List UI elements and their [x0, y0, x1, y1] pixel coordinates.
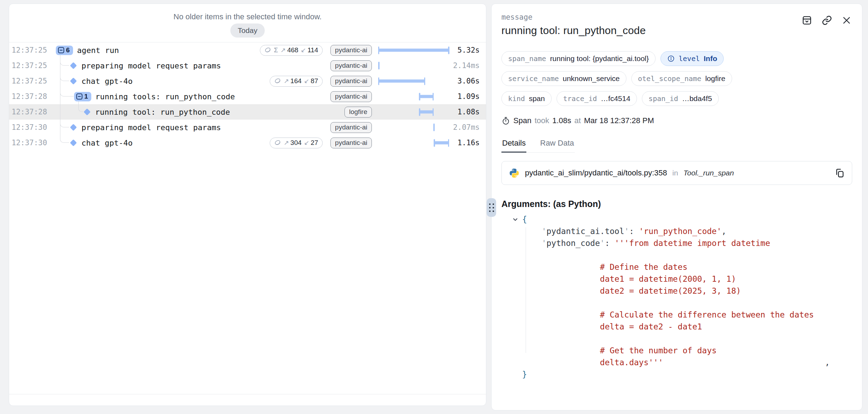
close-detail-button[interactable] — [842, 15, 851, 25]
attribute-pill-span_name[interactable]: span_namerunning tool: {pydantic_ai.tool… — [501, 51, 656, 66]
attribute-pills: span_namerunning tool: {pydantic_ai.tool… — [501, 51, 852, 106]
source-file-path[interactable]: pydantic_ai_slim/pydantic_ai/tools.py:35… — [525, 168, 667, 178]
child-count: 1 — [84, 93, 88, 100]
timing-word-at: at — [574, 116, 581, 125]
span-name: running tool: run_python_code — [95, 108, 230, 116]
tree-node-icon-wrap — [55, 139, 77, 147]
timeline-bar — [378, 62, 380, 69]
pill-row: span_namerunning tool: {pydantic_ai.tool… — [501, 51, 852, 66]
timeline-bar — [419, 95, 434, 98]
trace-row[interactable]: 12:37:25chat gpt-4o↗164↙87pydantic-ai3.0… — [9, 73, 486, 89]
code-segment: # Define the dates — [522, 261, 688, 273]
collapse-node-button[interactable]: 1 — [74, 92, 91, 101]
timeline-bar — [434, 141, 449, 145]
attribute-key: span_name — [508, 54, 546, 63]
span-duration-value: 1.08s — [552, 116, 571, 125]
tab-details[interactable]: Details — [501, 139, 526, 152]
span-diamond-icon — [70, 77, 77, 85]
trace-row-timestamp: 12:37:25 — [9, 77, 55, 85]
timeline-bar-area — [378, 135, 449, 151]
scope-tag[interactable]: logfire — [344, 107, 372, 118]
scope-tag[interactable]: pydantic-ai — [330, 60, 372, 71]
trace-row[interactable]: 12:37:256agent runΣ↗468↙114pydantic-ai5.… — [9, 42, 486, 58]
tree-node-icon-wrap — [55, 123, 77, 131]
span-name: agent run — [77, 46, 119, 55]
attribute-value: unknown_service — [563, 74, 620, 83]
record-type-label: message — [501, 13, 852, 21]
row-right-cluster: ↗164↙87pydantic-ai3.06s — [270, 73, 486, 89]
span-duration: 3.06s — [449, 77, 480, 85]
code-line — [512, 333, 852, 345]
code-segment: date2 = datetime(2025, 3, 18) — [522, 285, 741, 297]
code-segment: : — [629, 225, 639, 237]
attribute-pill-span_id[interactable]: span_id…bda4f5 — [642, 91, 719, 106]
span-name: chat gpt-4o — [81, 139, 133, 147]
indent-guide-line — [526, 227, 526, 353]
trace-row[interactable]: 12:37:30preparing model request paramspy… — [9, 120, 486, 135]
stopwatch-icon — [501, 116, 510, 125]
span-timing-line: Span took 1.08s at Mar 18 12:37:28 PM — [501, 116, 852, 125]
attribute-pill-service_name[interactable]: service_nameunknown_service — [501, 71, 626, 86]
copy-source-button[interactable] — [834, 168, 845, 178]
attribute-pill-trace_id[interactable]: trace_id…fc4514 — [557, 91, 637, 106]
no-older-items-notice: No older items in the selected time wind… — [9, 12, 486, 21]
attribute-pill-otel_scope_name[interactable]: otel_scope_namelogfire — [631, 71, 732, 86]
code-segment: '''from datetime import datetime — [614, 237, 770, 249]
tab-raw-data[interactable]: Raw Data — [539, 139, 575, 152]
code-segment: , — [825, 356, 830, 368]
code-line: { — [512, 213, 852, 225]
trace-row-timestamp: 12:37:28 — [9, 108, 55, 116]
scope-tag[interactable]: pydantic-ai — [330, 91, 372, 102]
source-in-word: in — [672, 169, 678, 177]
scope-tag[interactable]: pydantic-ai — [330, 138, 372, 148]
attribute-key: level — [679, 54, 700, 63]
level-pill[interactable]: levelInfo — [660, 51, 724, 66]
trace-row[interactable]: 12:37:28running tool: run_python_codelog… — [9, 104, 486, 120]
today-chip[interactable]: Today — [230, 24, 265, 38]
code-segment: ' — [600, 237, 605, 249]
code-segment: python_code — [546, 237, 600, 249]
timeline-bar — [433, 123, 435, 131]
collapse-json-button[interactable] — [512, 213, 521, 225]
tokens-sent: 304 — [290, 139, 302, 147]
tokens-sent-arrow-icon: ↗ — [284, 77, 289, 85]
collapse-node-icon — [76, 93, 83, 100]
span-diamond-icon — [70, 123, 77, 131]
chevron-down-icon — [512, 216, 518, 222]
panel-resize-handle[interactable] — [487, 198, 496, 217]
span-duration: 5.32s — [449, 46, 480, 54]
open-in-drawer-button[interactable] — [802, 15, 812, 26]
attribute-pill-kind[interactable]: kindspan — [501, 91, 552, 106]
span-diamond-icon — [70, 62, 77, 69]
trace-row[interactable]: 12:37:30chat gpt-4o↗304↙27pydantic-ai1.1… — [9, 135, 486, 151]
span-duration: 1.08s — [449, 108, 480, 116]
code-line: delta.days''', — [512, 356, 852, 368]
scope-tag[interactable]: pydantic-ai — [330, 122, 372, 133]
code-segment: ' — [624, 225, 629, 237]
code-segment: , — [722, 225, 726, 237]
tokens-received: 114 — [308, 46, 318, 54]
scope-tag[interactable]: pydantic-ai — [330, 45, 372, 56]
collapse-node-button[interactable]: 6 — [56, 46, 73, 55]
tag-column: pydantic-ai — [329, 60, 372, 71]
tree-node-icon-wrap — [55, 77, 77, 85]
copy-link-button[interactable] — [822, 15, 832, 26]
timeline-bar-area — [378, 89, 449, 104]
sum-icon: Σ — [274, 46, 278, 54]
scope-tag[interactable]: pydantic-ai — [330, 76, 372, 87]
attribute-key: otel_scope_name — [638, 74, 702, 83]
trace-rows: 12:37:256agent runΣ↗468↙114pydantic-ai5.… — [9, 42, 486, 151]
trace-row[interactable]: 12:37:25preparing model request paramspy… — [9, 58, 486, 73]
timing-word-span: Span — [513, 116, 531, 125]
code-segment: 'run_python_code' — [639, 225, 721, 237]
code-line: 'pydantic_ai.tool': 'run_python_code', — [512, 225, 852, 237]
row-right-cluster: pydantic-ai2.07ms — [329, 120, 486, 135]
attribute-key: trace_id — [563, 94, 597, 103]
trace-row[interactable]: 12:37:281running tools: run_python_codep… — [9, 89, 486, 104]
child-count: 6 — [66, 46, 70, 54]
timeline-bar — [419, 111, 434, 114]
code-segment: : — [605, 237, 614, 249]
tag-column: pydantic-ai — [329, 76, 372, 87]
code-segment: { — [522, 213, 527, 225]
attribute-key: kind — [508, 94, 525, 103]
